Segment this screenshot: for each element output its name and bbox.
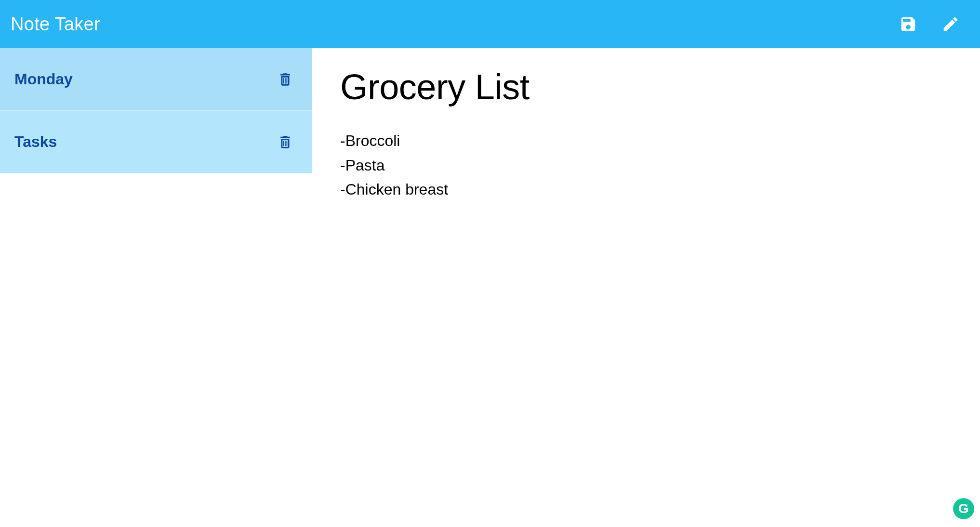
trash-icon[interactable] — [277, 132, 293, 152]
sidebar: Monday Tasks — [0, 48, 312, 527]
sidebar-item-monday[interactable]: Monday — [0, 48, 312, 111]
edit-icon[interactable] — [941, 15, 960, 33]
svg-rect-1 — [285, 78, 286, 83]
sidebar-item-tasks[interactable]: Tasks — [0, 111, 312, 173]
svg-rect-4 — [285, 141, 286, 146]
note-title: Grocery List — [340, 66, 952, 107]
svg-rect-5 — [287, 141, 288, 146]
sidebar-item-label: Tasks — [14, 133, 57, 151]
svg-rect-2 — [287, 78, 288, 83]
grammarly-glyph: G — [958, 501, 969, 516]
note-line: -Pasta — [340, 153, 952, 178]
note-line: -Chicken breast — [340, 177, 952, 202]
app-body: Monday Tasks Grocery List -Broccoli -Pas… — [0, 48, 980, 527]
app-header: Note Taker — [0, 0, 980, 48]
header-actions — [899, 15, 967, 33]
note-line: -Broccoli — [340, 129, 952, 153]
trash-icon[interactable] — [277, 70, 293, 89]
sidebar-item-label: Monday — [14, 70, 73, 88]
grammarly-icon[interactable]: G — [953, 498, 974, 519]
svg-rect-0 — [283, 78, 284, 83]
app-title: Note Taker — [11, 14, 100, 35]
save-icon[interactable] — [899, 15, 917, 33]
svg-rect-3 — [283, 141, 284, 146]
note-editor: Grocery List -Broccoli -Pasta -Chicken b… — [312, 48, 980, 527]
note-body: -Broccoli -Pasta -Chicken breast — [340, 129, 952, 202]
